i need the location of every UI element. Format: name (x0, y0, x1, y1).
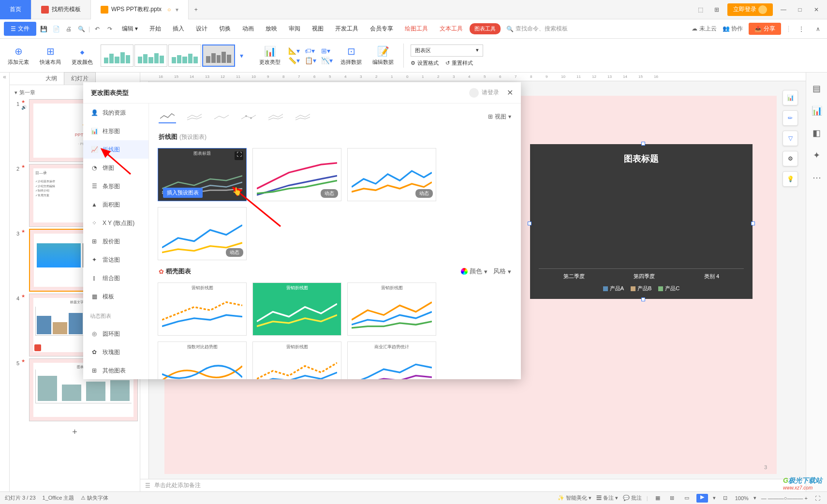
draw-tools[interactable]: 绘图工具 (400, 22, 433, 36)
docer-chart-5[interactable]: 营销折线图 (252, 341, 341, 379)
file-menu[interactable]: ☰ 文件 (4, 22, 36, 36)
preset-chart-3[interactable]: 动态 (347, 148, 436, 201)
command-search[interactable]: 🔍 查找命令、搜索模板 (506, 25, 568, 33)
docer-chart-6[interactable]: 商业汇率趋势统计 (347, 341, 436, 379)
share-button[interactable]: 📤 分享 (749, 23, 781, 35)
menu-devtools[interactable]: 开发工具 (330, 22, 363, 36)
category-条形图[interactable]: ☰条形图 (83, 177, 148, 195)
text-tools[interactable]: 文本工具 (435, 22, 468, 36)
slideshow-icon[interactable]: ▶ (696, 494, 708, 503)
edit-data-button[interactable]: 📝编辑数据 (369, 45, 397, 66)
outline-tab[interactable]: 大纲 (39, 73, 64, 85)
tab-document[interactable]: WPS PPT教程.pptx○▾ (91, 0, 189, 19)
dialog-close-icon[interactable]: ✕ (507, 88, 513, 97)
category-圆环图[interactable]: ◎圆环图 (83, 325, 148, 343)
style-filter[interactable]: 风格 ▾ (493, 267, 511, 276)
lightbulb-icon[interactable]: 💡 (783, 171, 798, 187)
dialog-login[interactable]: 请登录 (469, 88, 499, 98)
menu-slideshow[interactable]: 放映 (261, 22, 282, 36)
add-element-button[interactable]: ⊕添加元素 (5, 45, 32, 66)
chart-object[interactable]: 图表标题 第二季度第四季度类别 4 产品A 产品B 产品C (530, 144, 753, 299)
axis-tools[interactable]: 📐▾📏▾ (288, 46, 300, 65)
sorter-view-icon[interactable]: ⊞ (667, 495, 677, 501)
category-模板[interactable]: ▦模板 (83, 287, 148, 306)
menu-design[interactable]: 设计 (191, 22, 212, 36)
menu-view[interactable]: 视图 (307, 22, 328, 36)
category-柱形图[interactable]: 📊柱形图 (83, 122, 148, 140)
menu-edit[interactable]: 编辑 ▾ (117, 22, 143, 36)
print-icon[interactable]: 🖨 (63, 24, 74, 34)
close-tab-icon[interactable]: ▾ (176, 6, 178, 13)
preset-chart-4[interactable]: 动态 (158, 207, 247, 260)
comments-toggle[interactable]: 💬 批注 (623, 494, 642, 502)
subtype-line-stacked[interactable] (186, 110, 203, 123)
set-format-button[interactable]: ⚙ 设置格式 (411, 59, 439, 67)
grid-tools[interactable]: ⊞▾📉▾ (321, 46, 333, 65)
style-expand-icon[interactable]: ▾ (240, 51, 251, 60)
view-toggle[interactable]: ⊞ 视图 ▾ (488, 113, 511, 121)
category-面积图[interactable]: ▲面积图 (83, 195, 148, 214)
more-menu-icon[interactable]: ⋮ (796, 24, 807, 34)
chart-bars-icon[interactable]: 📊 (783, 90, 798, 105)
category-雷达图[interactable]: ✦雷达图 (83, 251, 148, 269)
fit-icon[interactable]: ⊡ (721, 495, 730, 501)
fullscreen-icon[interactable]: ⛶ (812, 495, 822, 501)
arrange-icon[interactable]: ◧ (811, 127, 823, 139)
preview-icon[interactable]: 🔍 (76, 24, 87, 34)
add-slide-button[interactable]: + (12, 423, 138, 441)
category-我的资源[interactable]: 👤我的资源 (83, 104, 148, 122)
subtype-line-percent-markers[interactable] (294, 110, 311, 123)
edit-pencil-icon[interactable]: ✏ (783, 110, 798, 126)
filter-funnel-icon[interactable]: ▽ (783, 131, 798, 146)
notes-toggle[interactable]: ☰ 备注 ▾ (596, 494, 618, 502)
tab-docer[interactable]: 找稻壳模板 (31, 0, 91, 19)
help-icon[interactable]: ∧ (812, 24, 823, 34)
menu-review[interactable]: 审阅 (284, 22, 305, 36)
subtype-line-markers[interactable] (240, 110, 257, 123)
add-tab-button[interactable]: + (189, 6, 203, 13)
category-玫瑰图[interactable]: ✿玫瑰图 (83, 343, 148, 361)
chart-style-gallery[interactable] (101, 44, 235, 67)
subtype-line-stacked-markers[interactable] (267, 110, 284, 123)
category-X Y (散点图)[interactable]: ⁘X Y (散点图) (83, 214, 148, 232)
category-其他图表[interactable]: ⊞其他图表 (83, 361, 148, 379)
change-type-button[interactable]: 📊更改类型 (256, 45, 283, 66)
login-button[interactable]: 立即登录 (727, 3, 773, 16)
category-组合图[interactable]: ⫿组合图 (83, 269, 148, 287)
docer-chart-2[interactable]: 营销折线图 (252, 282, 341, 336)
more-props-icon[interactable]: ⋯ (811, 171, 823, 184)
menu-transition[interactable]: 切换 (214, 22, 236, 36)
settings-gear-icon[interactable]: ⚙ (783, 151, 798, 166)
quick-layout-button[interactable]: ⊞快速布局 (37, 45, 64, 66)
docer-chart-4[interactable]: 指数对比趋势图 (158, 341, 247, 379)
close-window-icon[interactable]: ✕ (811, 4, 822, 15)
tab-home[interactable]: 首页 (0, 0, 31, 19)
chart-area-dropdown[interactable]: 图表区▾ (411, 44, 483, 57)
save-icon[interactable]: 💾 (38, 24, 49, 34)
menu-member[interactable]: 会员专享 (365, 22, 398, 36)
category-饼图[interactable]: ◔饼图 (83, 159, 148, 177)
grid-apps-icon[interactable]: ⊞ (711, 4, 723, 15)
menu-start[interactable]: 开始 (145, 22, 166, 36)
menu-insert[interactable]: 插入 (168, 22, 189, 36)
notes-bar[interactable]: ☰ 单击此处添加备注 (140, 479, 806, 491)
docer-chart-1[interactable]: 营销折线图 (158, 282, 247, 336)
layout-icon[interactable]: ⬚ (694, 4, 706, 15)
preset-chart-2[interactable]: 动态 (252, 148, 341, 201)
undo-icon[interactable]: ↶ (92, 24, 103, 34)
chart-tools[interactable]: 图表工具 (470, 23, 501, 34)
color-filter[interactable]: 颜色 ▾ (461, 267, 487, 276)
chart-props-icon[interactable]: 📊 (811, 104, 823, 117)
label-tools[interactable]: 🏷▾📋▾ (305, 46, 316, 65)
collab-button[interactable]: 👥 协作 (723, 25, 743, 33)
category-股价图[interactable]: ⊞股价图 (83, 232, 148, 251)
redo-icon[interactable]: ↷ (104, 24, 115, 34)
missing-fonts[interactable]: ⚠ 缺失字体 (81, 494, 108, 502)
subtype-line-percent[interactable] (213, 110, 230, 123)
reset-style-button[interactable]: ↺ 重置样式 (445, 59, 473, 67)
effects-icon[interactable]: ✦ (811, 149, 823, 162)
minimize-icon[interactable]: — (778, 4, 789, 15)
docer-chart-3[interactable]: 营销折线图 (347, 282, 436, 336)
maximize-icon[interactable]: □ (794, 4, 806, 15)
normal-view-icon[interactable]: ▦ (653, 495, 663, 501)
